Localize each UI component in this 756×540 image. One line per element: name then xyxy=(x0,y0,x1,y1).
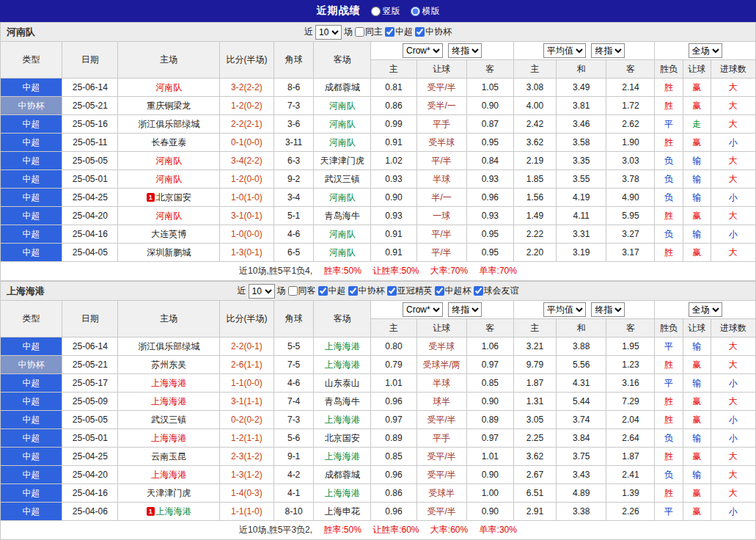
asia-home-odds: 0.85 xyxy=(371,448,416,466)
match-row: 中超25-06-14浙江俱乐部绿城2-2(0-1)5-5上海海港0.80受半球1… xyxy=(1,338,756,356)
average-period-select[interactable]: 终指 xyxy=(591,302,625,317)
asia-away-odds: 0.93 xyxy=(466,170,513,189)
score: 0-2(0-2) xyxy=(219,411,274,429)
layout-radio-vertical[interactable]: 竖版 xyxy=(371,5,400,18)
away-team-cell: 天津津门虎 xyxy=(314,152,371,170)
score: 3-1(1-1) xyxy=(219,393,274,411)
acl-elite-checkbox[interactable] xyxy=(387,286,397,296)
vertical-radio[interactable] xyxy=(371,7,381,16)
match-row: 中超25-05-01河南队1-2(0-0)9-2武汉三镇0.93半球0.931.… xyxy=(1,170,756,189)
match-row: 中超25-04-05深圳新鹏城1-3(0-1)6-5河南队0.91平/半0.95… xyxy=(1,244,756,262)
home-team-name: 天津津门虎 xyxy=(147,488,191,498)
section-header: 河南队 近 10 场 同主 中超 中协杯 xyxy=(0,22,756,41)
euro-away-odds: 3.16 xyxy=(606,374,655,393)
filter-super-cup[interactable]: 中超杯 xyxy=(435,285,471,297)
super-cup-checkbox[interactable] xyxy=(435,286,444,296)
euro-away-odds: 1.95 xyxy=(606,338,655,356)
euro-draw-odds: 3.84 xyxy=(557,429,606,448)
asia-away-odds: 0.95 xyxy=(466,134,513,152)
unit-label: 场 xyxy=(344,26,353,38)
match-row: 中协杯25-05-21苏州东吴2-6(1-1)7-5上海海港0.79受球半/两0… xyxy=(1,356,756,374)
company-select[interactable]: Crow* xyxy=(403,43,443,58)
result-wdl: 负 xyxy=(655,466,683,484)
result-wdl: 胜 xyxy=(655,411,683,429)
euro-away-odds: 1.72 xyxy=(606,97,655,115)
match-date: 25-04-25 xyxy=(62,189,118,207)
away-team-cell: 上海海港 xyxy=(314,356,371,374)
match-date: 25-06-14 xyxy=(62,338,118,356)
fa-cup-checkbox[interactable] xyxy=(348,286,358,296)
home-team-cell: 苏州东吴 xyxy=(118,356,219,374)
result-goals: 大 xyxy=(711,244,755,262)
asia-handicap: 平手 xyxy=(416,429,466,448)
euro-draw-odds: 3.31 xyxy=(557,225,606,244)
result-goals: 大 xyxy=(711,152,755,170)
away-team-cell: 河南队 xyxy=(314,225,371,244)
asia-handicap: 受平/半 xyxy=(416,411,466,429)
filter-club-friendly[interactable]: 球会友谊 xyxy=(474,285,519,297)
same-away-checkbox[interactable] xyxy=(288,286,298,296)
csl-checkbox[interactable] xyxy=(385,27,394,37)
company-period-select[interactable]: 终指 xyxy=(448,302,482,317)
col-away: 客场 xyxy=(314,301,371,338)
fulltime-select[interactable]: 全场 xyxy=(689,302,722,317)
match-date: 25-05-11 xyxy=(62,134,118,152)
filter-same-away[interactable]: 同客 xyxy=(288,285,316,297)
corners: 5-5 xyxy=(274,338,314,356)
corners: 6-5 xyxy=(274,244,314,262)
company-period-select[interactable]: 终指 xyxy=(448,43,482,58)
home-team-name: 上海海港 xyxy=(151,396,186,406)
home-team-name: 河南队 xyxy=(155,156,182,166)
layout-radio-horizontal[interactable]: 横版 xyxy=(411,5,440,18)
corners: 3-4 xyxy=(274,189,314,207)
result-goals: 小 xyxy=(711,134,755,152)
asia-home-odds: 0.80 xyxy=(371,338,416,356)
home-team-cell: 深圳新鹏城 xyxy=(118,244,219,262)
match-count-select[interactable]: 10 xyxy=(249,284,275,299)
fulltime-select[interactable]: 全场 xyxy=(689,43,722,58)
club-friendly-checkbox[interactable] xyxy=(474,286,483,296)
team-name: 上海海港 xyxy=(7,285,45,298)
filter-csl[interactable]: 中超 xyxy=(318,285,346,297)
match-row: 中超25-05-16浙江俱乐部绿城2-2(2-1)3-6河南队0.99平手0.8… xyxy=(1,115,756,134)
horizontal-radio[interactable] xyxy=(411,7,420,16)
score: 2-2(2-1) xyxy=(219,115,274,134)
filter-acl-elite[interactable]: 亚冠精英 xyxy=(387,285,433,297)
filter-same-home[interactable]: 同主 xyxy=(355,26,383,38)
asia-away-odds: 0.97 xyxy=(466,429,513,448)
league-type: 中超 xyxy=(1,429,62,448)
asia-home-odds: 0.91 xyxy=(371,225,416,244)
away-team-cell: 河南队 xyxy=(314,244,371,262)
home-team-name: 河南队 xyxy=(155,174,182,184)
asia-away-odds: 0.90 xyxy=(466,393,513,411)
filter-fa-cup[interactable]: 中协杯 xyxy=(348,285,385,297)
csl-checkbox[interactable] xyxy=(318,286,328,296)
col-home: 主场 xyxy=(118,42,219,79)
average-select[interactable]: 平均值 xyxy=(543,302,586,317)
euro-home-odds: 3.21 xyxy=(513,338,556,356)
average-select[interactable]: 平均值 xyxy=(543,43,586,58)
same-home-checkbox[interactable] xyxy=(355,27,364,37)
topbar: 近期战绩 竖版 横版 xyxy=(0,0,756,22)
euro-odds-group: 平均值 终指 xyxy=(513,301,655,319)
score: 1-3(1-2) xyxy=(219,466,274,484)
league-type: 中超 xyxy=(1,393,62,411)
match-row: 中超25-04-25云南玉昆2-3(1-2)9-1上海海港0.85受平/半1.0… xyxy=(1,448,756,466)
home-team-cell: 大连英博 xyxy=(118,225,219,244)
asia-home-odds: 0.96 xyxy=(371,503,416,521)
asia-handicap: 半球 xyxy=(416,170,466,189)
col-result-wdl: 胜负 xyxy=(655,60,683,79)
horizontal-radio-label: 横版 xyxy=(422,5,440,18)
home-team-cell: 1上海海港 xyxy=(118,503,219,521)
filter-fa-cup[interactable]: 中协杯 xyxy=(415,26,452,38)
euro-draw-odds: 3.55 xyxy=(557,170,606,189)
company-select[interactable]: Crow* xyxy=(403,302,443,317)
filter-csl[interactable]: 中超 xyxy=(385,26,413,38)
match-count-select[interactable]: 10 xyxy=(315,25,342,40)
away-team-cell: 北京国安 xyxy=(314,429,371,448)
match-date: 25-05-05 xyxy=(62,152,118,170)
euro-home-odds: 1.31 xyxy=(513,393,556,411)
asia-away-odds: 0.90 xyxy=(466,503,513,521)
average-period-select[interactable]: 终指 xyxy=(591,43,625,58)
fa-cup-checkbox[interactable] xyxy=(415,27,425,37)
